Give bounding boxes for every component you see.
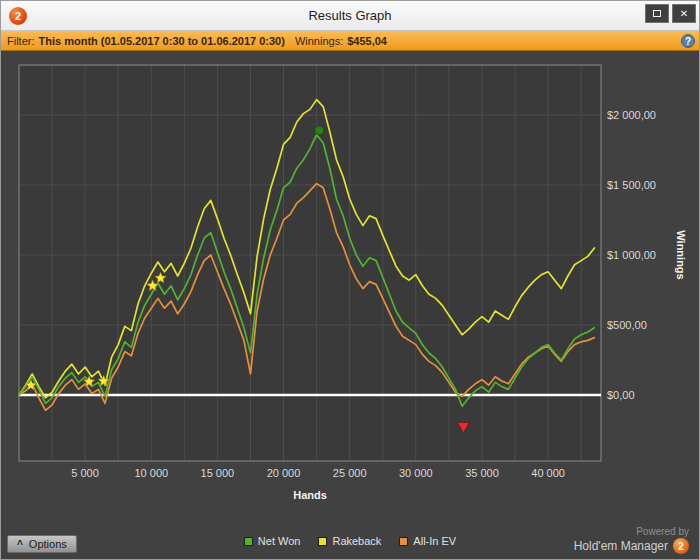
- legend-item: All-In EV: [399, 535, 456, 547]
- legend-label: Rakeback: [332, 535, 381, 547]
- legend-label: Net Won: [258, 535, 301, 547]
- powered-by-block: Powered by Hold'em Manager 2: [574, 526, 689, 554]
- chart-area: 5 00010 00015 00020 00025 00030 00035 00…: [11, 57, 691, 507]
- x-tick-label: 5 000: [71, 467, 99, 479]
- x-tick-label: 15 000: [201, 467, 235, 479]
- y-tick-label: $1 000,00: [607, 249, 656, 261]
- legend-item: Net Won: [244, 535, 301, 547]
- x-tick-label: 25 000: [333, 467, 367, 479]
- window-controls: ✕: [645, 4, 696, 23]
- maximize-icon: [653, 10, 661, 17]
- window-title: Results Graph: [1, 1, 699, 31]
- x-tick-label: 10 000: [134, 467, 168, 479]
- hm2-logo: 2: [673, 538, 689, 554]
- help-button[interactable]: ?: [681, 34, 695, 48]
- app-icon: 2: [9, 7, 27, 25]
- options-label: Options: [29, 538, 67, 550]
- x-tick-label: 30 000: [399, 467, 433, 479]
- filter-bar: Filter: This month (01.05.2017 0:30 to 0…: [1, 31, 699, 51]
- y-tick-label: $500,00: [607, 319, 647, 331]
- winnings-value: $455,04: [347, 35, 387, 47]
- results-graph-window: 2 Results Graph ✕ Filter: This month (01…: [0, 0, 700, 560]
- filter-label: Filter:: [7, 35, 35, 47]
- x-axis-title: Hands: [293, 489, 327, 501]
- hm2-logo-text: 2: [678, 541, 684, 552]
- y-tick-label: $0,00: [607, 389, 635, 401]
- options-button[interactable]: ^ Options: [7, 535, 77, 553]
- powered-by-text: Powered by: [574, 526, 689, 537]
- winnings-label: Winnings:: [295, 35, 343, 47]
- app-icon-text: 2: [15, 10, 21, 22]
- legend-label: All-In EV: [413, 535, 456, 547]
- x-tick-label: 40 000: [531, 467, 565, 479]
- dot-marker: [315, 126, 324, 135]
- y-tick-label: $2 000,00: [607, 109, 656, 121]
- filter-value: This month (01.05.2017 0:30 to 01.06.201…: [39, 35, 285, 47]
- legend-item: Rakeback: [318, 535, 381, 547]
- legend-swatch-net-won: [244, 537, 253, 546]
- legend-swatch-all-in-ev: [399, 537, 408, 546]
- results-chart: 5 00010 00015 00020 00025 00030 00035 00…: [11, 57, 691, 507]
- y-axis-title: Winnings: [675, 230, 687, 279]
- close-icon: ✕: [680, 9, 688, 19]
- close-button[interactable]: ✕: [672, 4, 696, 23]
- x-tick-label: 20 000: [267, 467, 301, 479]
- chevron-up-icon: ^: [17, 539, 23, 550]
- question-icon: ?: [685, 36, 691, 47]
- title-bar: 2 Results Graph ✕: [1, 1, 699, 31]
- y-tick-label: $1 500,00: [607, 179, 656, 191]
- x-tick-label: 35 000: [465, 467, 499, 479]
- brand-name: Hold'em Manager: [574, 539, 668, 553]
- maximize-button[interactable]: [645, 4, 669, 23]
- legend-swatch-rakeback: [318, 537, 327, 546]
